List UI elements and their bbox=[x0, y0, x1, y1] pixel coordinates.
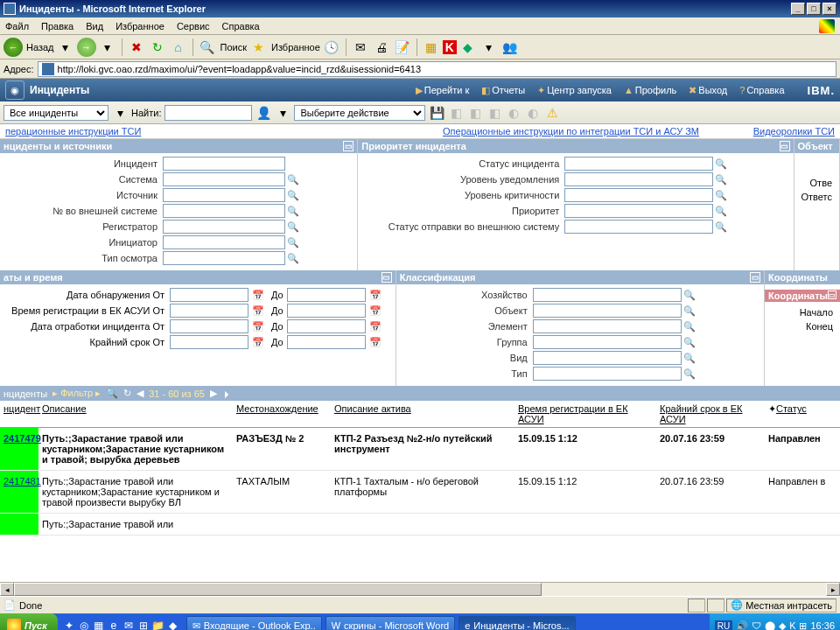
tb-icon-2[interactable]: ◧ bbox=[448, 105, 464, 121]
calendar-icon[interactable]: 📅 bbox=[252, 320, 264, 332]
tb-icon-3[interactable]: ◧ bbox=[467, 105, 483, 121]
edit-icon[interactable]: 📝 bbox=[393, 38, 412, 57]
tray-icon[interactable]: K bbox=[789, 620, 795, 630]
result-row[interactable]: 2417479 Путь:;Зарастание травой или куст… bbox=[0, 428, 840, 471]
field-input[interactable] bbox=[163, 188, 285, 202]
taskbar-item[interactable]: e Инциденты - Micros... bbox=[458, 616, 575, 630]
col-asset-desc[interactable]: Описание актива bbox=[331, 401, 514, 427]
find-lookup-icon[interactable]: 👤 bbox=[256, 105, 271, 121]
col-description[interactable]: Описание bbox=[38, 401, 233, 427]
calendar-icon[interactable]: 📅 bbox=[369, 289, 382, 301]
menu-edit[interactable]: Правка bbox=[41, 21, 74, 32]
lookup-icon[interactable]: 🔍 bbox=[287, 237, 298, 248]
col-deadline[interactable]: Крайний срок в ЕК АСУИ bbox=[656, 401, 765, 427]
field-input[interactable] bbox=[564, 204, 713, 218]
tb-save-icon[interactable]: 💾 bbox=[429, 105, 444, 121]
results-refresh-icon[interactable]: ↻ bbox=[123, 388, 131, 399]
lookup-icon[interactable]: 🔍 bbox=[287, 221, 298, 232]
lookup-icon[interactable]: 🔍 bbox=[683, 353, 694, 363]
calendar-icon[interactable]: 📅 bbox=[252, 304, 264, 317]
incident-id[interactable] bbox=[0, 514, 38, 535]
tray-icon[interactable]: ◆ bbox=[779, 620, 786, 631]
taskbar-item[interactable]: W скрины - Microsoft Word bbox=[326, 616, 455, 630]
menu-help[interactable]: Справка bbox=[222, 21, 260, 32]
field-input[interactable] bbox=[533, 304, 682, 318]
link-video[interactable]: Видеоролики ТСИ bbox=[753, 126, 835, 136]
incident-id[interactable]: 2417481 bbox=[0, 471, 38, 513]
date-to-input[interactable] bbox=[287, 288, 366, 302]
lookup-icon[interactable]: 🔍 bbox=[683, 337, 694, 347]
address-input[interactable]: http://loki.gvc.oao.rzd/maximo/ui/?event… bbox=[38, 61, 836, 77]
stop-icon[interactable]: ✖ bbox=[127, 38, 146, 57]
toolbar-icon-2[interactable]: ◆ bbox=[458, 38, 478, 57]
lookup-icon[interactable]: 🔍 bbox=[287, 206, 298, 216]
close-button[interactable]: × bbox=[822, 3, 836, 15]
date-from-input[interactable] bbox=[170, 319, 248, 333]
start-center-link[interactable]: ✦Центр запуска bbox=[537, 85, 612, 96]
forward-button[interactable]: → bbox=[77, 38, 96, 57]
ql-icon[interactable]: ▦ bbox=[93, 620, 105, 630]
lookup-icon[interactable]: 🔍 bbox=[683, 368, 694, 379]
tray-icon[interactable]: 🔊 bbox=[736, 620, 748, 631]
ql-icon[interactable]: ◎ bbox=[78, 620, 90, 630]
lookup-icon[interactable]: 🔍 bbox=[287, 253, 298, 263]
find-dropdown-icon[interactable]: ▾ bbox=[275, 105, 290, 121]
help-link[interactable]: ?Справка bbox=[739, 85, 784, 95]
kaspersky-icon[interactable]: K bbox=[443, 40, 457, 54]
tb-warning-icon[interactable]: ⚠ bbox=[544, 105, 560, 121]
favorites-label[interactable]: Избранное bbox=[271, 42, 320, 52]
menu-view[interactable]: Вид bbox=[86, 21, 103, 32]
search-label[interactable]: Поиск bbox=[220, 42, 247, 52]
lang-indicator[interactable]: RU bbox=[715, 620, 732, 631]
calendar-icon[interactable]: 📅 bbox=[252, 336, 264, 348]
field-input[interactable] bbox=[163, 157, 285, 171]
date-from-input[interactable] bbox=[170, 335, 248, 349]
field-input[interactable] bbox=[533, 367, 682, 381]
print-icon[interactable]: 🖨 bbox=[372, 38, 391, 57]
results-next-icon[interactable]: ▶ bbox=[210, 388, 217, 399]
lookup-icon[interactable]: 🔍 bbox=[715, 190, 725, 200]
forward-dropdown[interactable]: ▾ bbox=[98, 38, 117, 57]
lookup-icon[interactable]: 🔍 bbox=[715, 174, 725, 185]
find-input[interactable] bbox=[164, 105, 252, 121]
ql-icon[interactable]: ✉ bbox=[122, 620, 135, 630]
tray-icon[interactable]: ⬤ bbox=[765, 620, 775, 631]
date-to-input[interactable] bbox=[287, 304, 366, 318]
calendar-icon[interactable]: 📅 bbox=[369, 336, 382, 348]
results-last-icon[interactable]: ⏵ bbox=[222, 388, 232, 399]
col-status[interactable]: ✦Статус bbox=[765, 401, 835, 427]
back-dropdown[interactable]: ▾ bbox=[56, 38, 75, 57]
date-from-input[interactable] bbox=[170, 304, 248, 318]
result-row[interactable]: Путь:;Зарастание травой или bbox=[0, 514, 840, 536]
signout-link[interactable]: ✖Выход bbox=[689, 85, 727, 96]
results-icon[interactable]: 🔍 bbox=[106, 388, 118, 399]
refresh-icon[interactable]: ↻ bbox=[148, 38, 167, 57]
taskbar-item[interactable]: ✉ Входящие - Outlook Exp.. bbox=[186, 616, 322, 630]
start-button[interactable]: Пуск bbox=[0, 613, 58, 630]
date-to-input[interactable] bbox=[287, 319, 366, 333]
toolbar-icon-1[interactable]: ▦ bbox=[422, 38, 441, 57]
field-input[interactable] bbox=[163, 251, 285, 265]
view-icon[interactable]: ▾ bbox=[112, 105, 128, 121]
ql-icon[interactable]: ⊞ bbox=[137, 620, 150, 630]
toolbar-icon-4[interactable]: 👥 bbox=[500, 38, 520, 57]
lookup-icon[interactable]: 🔍 bbox=[683, 321, 694, 332]
field-input[interactable] bbox=[163, 172, 285, 186]
favorites-icon[interactable]: ★ bbox=[248, 38, 268, 57]
field-input[interactable] bbox=[533, 288, 682, 302]
tb-icon-6[interactable]: ◐ bbox=[525, 105, 541, 121]
ql-icon[interactable]: ✦ bbox=[63, 620, 75, 630]
tray-icon[interactable]: ⊞ bbox=[799, 620, 807, 631]
action-select[interactable]: Выберите действие bbox=[294, 105, 425, 121]
field-input[interactable] bbox=[564, 157, 713, 171]
home-icon[interactable]: ⌂ bbox=[169, 38, 188, 57]
field-input[interactable] bbox=[564, 220, 713, 234]
menu-tools[interactable]: Сервис bbox=[177, 21, 210, 32]
date-from-input[interactable] bbox=[170, 288, 248, 302]
field-input[interactable] bbox=[564, 172, 713, 186]
result-row[interactable]: 2417481 Путь:;Зарастание травой или куст… bbox=[0, 471, 840, 514]
field-input[interactable] bbox=[163, 235, 285, 249]
section-minimize-icon[interactable]: ▭ bbox=[343, 141, 354, 151]
goto-link[interactable]: ▶Перейти к bbox=[416, 85, 469, 96]
menu-file[interactable]: Файл bbox=[5, 21, 29, 32]
